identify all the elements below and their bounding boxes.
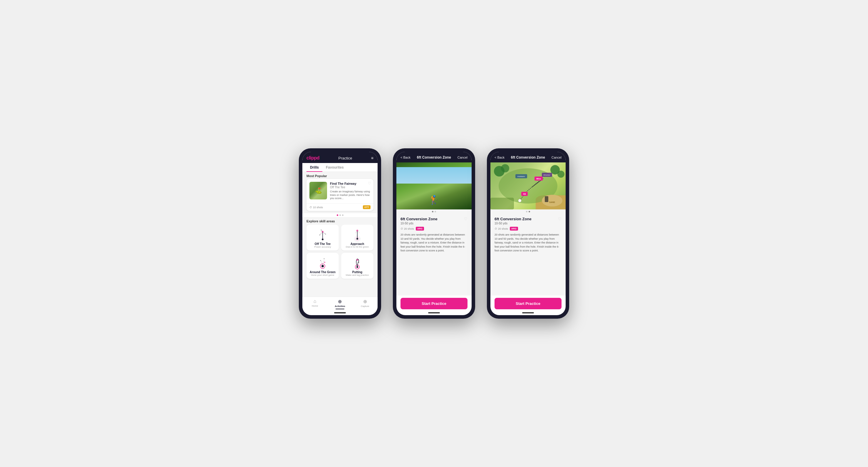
start-practice-button[interactable]: Start Practice [495,298,561,309]
shots-count: ⏱ 10 shots [309,206,361,209]
drill-title: 6ft Conversion Zone [495,217,532,221]
drill-title: 6ft Conversion Zone [401,217,437,221]
img-dot-1 [526,211,527,212]
explore-label: Explore skill areas [302,217,378,225]
drill-meta: ⏱ 20 shots ARG [495,227,561,231]
svg-point-22 [324,259,325,259]
card-footer: ⏱ 10 shots OTT [307,203,373,211]
nav-underline [336,309,344,309]
shots-count: ⏱ 20 shots [495,227,508,230]
img-dot-2 [529,211,530,212]
favourite-icon[interactable]: ♡ [558,217,561,221]
svg-point-7 [325,234,326,235]
skill-card-ott[interactable]: Off The Tee Power accuracy [307,225,339,251]
svg-point-5 [322,231,323,232]
card-description: Create an imaginary fairway using trees … [330,190,371,200]
skill-subtitle-ott: Power accuracy [314,245,331,248]
menu-icon[interactable]: ≡ [371,156,373,160]
favourite-icon[interactable]: ♡ [464,217,467,221]
phone3-header-title: 6ft Conversion Zone [511,155,545,160]
skill-card-atg[interactable]: Around The Green Hone your short game [307,253,339,279]
drill-detail: 6ft Conversion Zone ♡ 10-50 yds ⏱ 20 sho… [490,214,566,296]
svg-text:Miss: Miss [536,178,541,180]
svg-point-16 [321,265,324,267]
bottom-nav: ⌂ Home ⊕ Activities ⊕ Capture [302,297,378,312]
drill-description: 20 shots are randomly generated at dista… [401,233,467,253]
image-dots [490,209,566,214]
phone-3-screen: < Back 6ft Conversion Zone Cancel [490,152,566,315]
home-icon: ⌂ [313,299,316,304]
phone3-header: < Back 6ft Conversion Zone Cancel [490,152,566,162]
drill-range: 10-50 yds [495,222,561,225]
tab-favourites[interactable]: Favourites [322,163,347,172]
skill-subtitle-putting: Make and lag practice [346,274,369,276]
skill-card-approach[interactable]: Approach Dial-in to hit the green [341,225,373,251]
phone-2-screen: < Back 6ft Conversion Zone Cancel 6ft Co… [396,152,472,315]
skill-subtitle-atg: Hone your short game [311,274,334,276]
phone-1-screen: clippd Practice ≡ Drills Favourites Most… [302,152,378,315]
arg-badge: ARG [416,227,424,231]
phone1-tabs: Drills Favourites [302,163,378,172]
activities-icon: ⊕ [338,299,342,304]
clock-icon: ⏱ [309,206,312,209]
phone-2: < Back 6ft Conversion Zone Cancel 6ft Co… [393,148,475,319]
atg-icon [315,256,330,270]
skill-title-ott: Off The Tee [315,242,331,245]
hero-map: Miss Hit FAIRWAY ROUGH SAND [490,162,566,209]
cancel-button[interactable]: Cancel [458,156,467,159]
title-row: 6ft Conversion Zone ♡ [495,217,561,221]
svg-point-23 [356,266,358,268]
drill-description: 20 shots are randomly generated at dista… [495,233,561,253]
skill-title-atg: Around The Green [310,270,336,274]
svg-point-25 [357,259,358,261]
svg-point-31 [501,164,509,172]
home-indicator [522,312,534,313]
phone1-content: Most Popular Find The Fairway Off The Te… [302,172,378,297]
svg-rect-34 [490,198,514,209]
arg-badge: ARG [510,227,518,231]
svg-point-39 [518,199,521,202]
featured-card[interactable]: Find The Fairway Off The Tee Create an i… [307,179,373,211]
svg-point-26 [359,262,360,263]
phones-container: clippd Practice ≡ Drills Favourites Most… [299,148,569,319]
favourite-icon[interactable]: ♡ [368,181,371,185]
nav-home[interactable]: ⌂ Home [302,299,327,309]
carousel-dots [302,213,378,217]
phone2-header-title: 6ft Conversion Zone [417,155,451,160]
cancel-button[interactable]: Cancel [552,156,561,159]
img-dot-1 [432,211,433,212]
nav-activities[interactable]: ⊕ Activities [327,299,352,309]
nav-capture-label: Capture [361,305,369,307]
phone3-content: Miss Hit FAIRWAY ROUGH SAND [490,162,566,296]
back-button[interactable]: < Back [495,156,504,159]
skill-grid: Off The Tee Power accuracy [302,225,378,281]
image-dots [396,209,472,214]
card-info: Find The Fairway Off The Tee Create an i… [330,182,371,200]
card-title: Find The Fairway [330,182,371,185]
svg-point-20 [324,262,325,263]
dot-1 [337,214,338,216]
tab-drills[interactable]: Drills [307,163,322,172]
svg-point-21 [320,260,321,261]
drill-meta: ⏱ 20 shots ARG [401,227,467,231]
drill-range: 10-50 yds [401,222,467,225]
clock-icon: ⏱ [495,227,497,230]
phone-1: clippd Practice ≡ Drills Favourites Most… [299,148,381,319]
svg-text:SAND: SAND [549,201,555,203]
start-practice-button[interactable]: Start Practice [401,298,467,309]
nav-home-label: Home [312,305,318,307]
approach-icon [350,228,365,242]
skill-title-putting: Putting [352,270,362,274]
img-dot-2 [435,211,436,212]
svg-point-6 [319,235,320,236]
back-button[interactable]: < Back [401,156,410,159]
drill-detail: 6ft Conversion Zone ♡ 10-50 yds ⏱ 20 sho… [396,214,472,296]
title-row: 6ft Conversion Zone ♡ [401,217,467,221]
nav-capture[interactable]: ⊕ Capture [352,299,378,309]
app-logo: clippd [307,155,319,161]
ott-badge: OTT [363,205,371,209]
phone-3: < Back 6ft Conversion Zone Cancel [487,148,569,319]
skill-card-putting[interactable]: Putting Make and lag practice [341,253,373,279]
svg-rect-40 [545,196,548,202]
skill-subtitle-approach: Dial-in to hit the green [346,245,369,248]
